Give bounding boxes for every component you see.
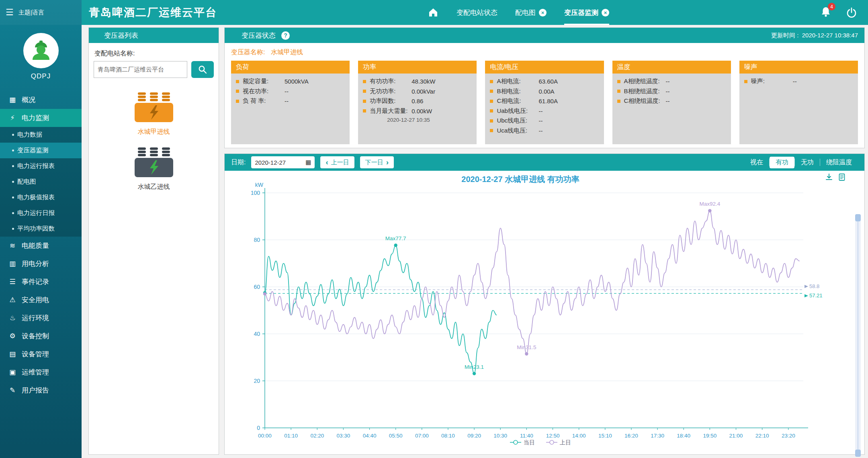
svg-text:上日: 上日 <box>560 439 571 446</box>
prev-day-button[interactable]: ‹ 上一日 <box>320 156 354 168</box>
metric-value: 0.00A <box>538 88 554 95</box>
bullet-icon <box>617 90 620 93</box>
transformer-item-水城甲进线[interactable]: 水城甲进线 <box>134 92 174 136</box>
mode-toggle-有功[interactable]: 有功 <box>770 157 794 168</box>
station-search-row <box>89 61 219 78</box>
tab-配电图[interactable]: 配电图× <box>515 0 547 25</box>
annotation-marker <box>394 243 397 247</box>
user-profile: QDPJ <box>0 25 82 84</box>
mode-toggle-绕阻温度[interactable]: 绕阻温度 <box>820 157 858 168</box>
x-tick-label: 22:10 <box>755 433 769 439</box>
svg-text:当日: 当日 <box>524 439 535 446</box>
bullet-icon <box>12 165 14 167</box>
sidebar-item-概况[interactable]: ▦概况 <box>0 91 82 109</box>
metric-label: 当月最大需量: <box>370 107 408 115</box>
reference-marker <box>805 285 808 288</box>
safety-icon: ⚠ <box>8 296 17 304</box>
sidebar-item-电力监测[interactable]: ⚡电力监测 <box>0 109 82 127</box>
submenu-item-电力极值报表[interactable]: 电力极值报表 <box>0 190 82 205</box>
reference-marker <box>805 294 808 297</box>
power-icon[interactable] <box>845 6 858 18</box>
transformer-item-水城乙进线[interactable]: 水城乙进线 <box>134 147 174 191</box>
bullet-icon <box>617 100 620 103</box>
bullet-icon <box>363 80 366 83</box>
bullet-icon <box>490 109 493 112</box>
tab-close-icon[interactable]: × <box>602 9 609 16</box>
submenu-item-平均功率因数[interactable]: 平均功率因数 <box>0 221 82 237</box>
x-tick-label: 11:40 <box>520 433 533 439</box>
event-log-icon: ☰ <box>8 278 17 286</box>
date-picker[interactable]: 2020-12-27 ▦ <box>251 156 315 168</box>
metric-value: -- <box>538 117 542 124</box>
search-button[interactable] <box>191 61 214 78</box>
sidebar-item-用户报告[interactable]: ✎用户报告 <box>0 381 82 399</box>
tab-变配电站状态[interactable]: 变配电站状态 <box>457 0 497 25</box>
sidebar-item-安全用电[interactable]: ⚠安全用电 <box>0 291 82 309</box>
submenu-item-label: 电力数据 <box>17 131 42 139</box>
sidebar-item-label: 电能质量 <box>22 241 49 250</box>
station-name-label: 变配电站名称: <box>94 49 213 58</box>
tabs: 变配电站状态配电图×变压器监测× <box>457 0 609 25</box>
submenu-item-电力运行报表[interactable]: 电力运行报表 <box>0 158 82 174</box>
sidebar-top: ☰ 主题|语言 <box>0 0 82 25</box>
tab-bar: 变配电站状态配电图×变压器监测× <box>428 0 609 25</box>
sidebar-item-运行环境[interactable]: ♨运行环境 <box>0 309 82 327</box>
mode-toggle-无功[interactable]: 无功 <box>795 157 820 168</box>
submenu-item-电力数据[interactable]: 电力数据 <box>0 127 82 143</box>
hamburger-menu-icon[interactable]: ☰ <box>6 7 14 18</box>
tab-close-icon[interactable]: × <box>539 9 547 16</box>
submenu-item-变压器监测[interactable]: 变压器监测 <box>0 143 82 158</box>
card-row: 噪声:-- <box>744 78 853 85</box>
power-monitor-icon: ⚡ <box>8 114 17 122</box>
x-tick-label: 12:50 <box>546 433 560 439</box>
bullet-icon <box>490 80 493 83</box>
sidebar-item-运维管理[interactable]: ▣运维管理 <box>0 363 82 381</box>
ops-mgmt-icon: ▣ <box>8 368 17 376</box>
station-search-input[interactable] <box>94 61 187 78</box>
card-row: 额定容量:5000kVA <box>236 78 345 85</box>
device-control-icon: ⚙ <box>8 332 17 340</box>
metric-label: B相电流: <box>497 88 535 95</box>
bullet-icon <box>12 196 14 198</box>
sidebar-item-事件记录[interactable]: ☰事件记录 <box>0 273 82 291</box>
bullet-icon <box>490 129 493 132</box>
card-body: 噪声:-- <box>739 74 858 144</box>
annotation-min: Min31.5 <box>517 344 536 350</box>
legend-item-当日[interactable]: 当日 <box>510 439 535 446</box>
topbar: 青岛啤酒二厂运维云平台 变配电站状态配电图×变压器监测× 4 <box>82 0 868 25</box>
mode-toggle-视在[interactable]: 视在 <box>744 157 769 168</box>
sidebar-item-设备管理[interactable]: ▤设备管理 <box>0 345 82 363</box>
next-day-button[interactable]: 下一日 › <box>360 156 394 168</box>
metric-value: -- <box>538 108 542 115</box>
metric-label: 有功功率: <box>370 78 408 85</box>
chart-zoom-slider[interactable] <box>856 215 860 456</box>
submenu-item-配电图[interactable]: 配电图 <box>0 174 82 190</box>
transformer-list-header: 变压器列表 <box>89 28 219 43</box>
notification-bell[interactable]: 4 <box>820 6 832 19</box>
worker-avatar-icon <box>29 38 53 63</box>
avatar[interactable] <box>23 33 59 68</box>
theme-language-link[interactable]: 主题|语言 <box>18 9 44 16</box>
help-icon[interactable]: ? <box>281 31 290 40</box>
report-list-icon[interactable] <box>838 173 846 181</box>
tab-变压器监测[interactable]: 变压器监测× <box>564 0 609 25</box>
sidebar-item-设备控制[interactable]: ⚙设备控制 <box>0 327 82 345</box>
app-title: 青岛啤酒二厂运维云平台 <box>82 5 217 20</box>
bullet-icon <box>236 90 239 93</box>
submenu-item-电力运行日报[interactable]: 电力运行日报 <box>0 205 82 221</box>
card-body: A相绕组温度:--B相绕组温度:--C相绕组温度:-- <box>612 74 731 144</box>
slider-handle-bottom[interactable] <box>855 450 861 457</box>
legend-item-上日[interactable]: 上日 <box>546 439 571 446</box>
home-icon[interactable] <box>428 7 439 18</box>
power-chart: 020406080100kW00:0001:1002:2003:3004:400… <box>229 183 860 451</box>
download-icon[interactable] <box>825 173 833 181</box>
card-row: B相绕组温度:-- <box>617 88 726 95</box>
metric-label: 负 荷 率: <box>243 97 281 105</box>
sidebar-item-电能质量[interactable]: ≋电能质量 <box>0 237 82 255</box>
sidebar-item-用电分析[interactable]: ▥用电分析 <box>0 255 82 273</box>
slider-handle-top[interactable] <box>855 214 861 221</box>
card-row: 功率因数:0.86 <box>363 97 472 105</box>
bullet-icon <box>363 109 366 112</box>
chart-region: 2020-12-27 水城甲进线 有功功率 020406080100kW00:0… <box>225 171 864 454</box>
x-tick-label: 05:50 <box>389 433 403 439</box>
